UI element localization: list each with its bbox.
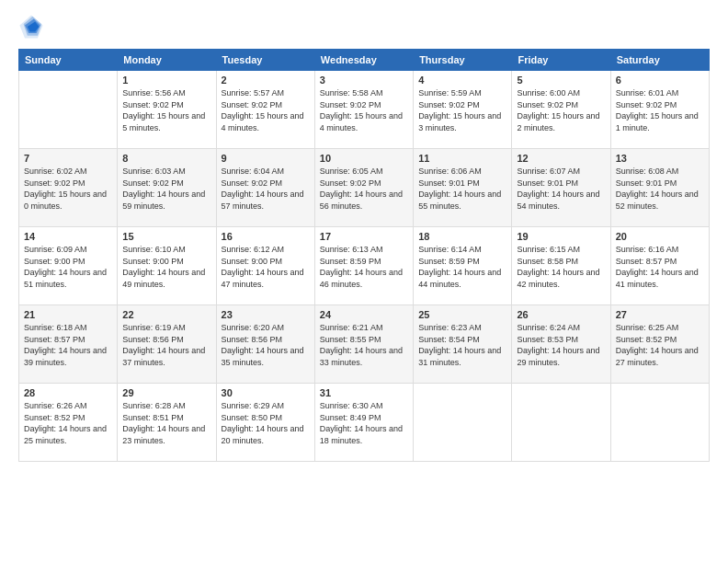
day-number: 4 [418, 75, 506, 86]
day-number: 20 [616, 231, 704, 242]
calendar-cell [414, 384, 512, 462]
day-info: Sunrise: 6:05 AMSunset: 9:02 PMDaylight:… [320, 166, 408, 212]
day-info: Sunrise: 6:29 AMSunset: 8:50 PMDaylight:… [222, 400, 310, 446]
weekday-header: Tuesday [216, 50, 314, 71]
day-number: 25 [418, 309, 506, 320]
calendar-cell: 21Sunrise: 6:18 AMSunset: 8:57 PMDayligh… [19, 305, 118, 384]
calendar-cell: 25Sunrise: 6:23 AMSunset: 8:54 PMDayligh… [414, 305, 512, 384]
weekday-header: Monday [118, 50, 216, 71]
weekday-header: Friday [512, 50, 610, 71]
weekday-header: Saturday [610, 50, 709, 71]
calendar-cell: 31Sunrise: 6:30 AMSunset: 8:49 PMDayligh… [314, 384, 413, 462]
day-info: Sunrise: 6:08 AMSunset: 9:01 PMDaylight:… [616, 166, 704, 212]
calendar-cell: 26Sunrise: 6:24 AMSunset: 8:53 PMDayligh… [512, 305, 610, 384]
calendar-cell: 22Sunrise: 6:19 AMSunset: 8:56 PMDayligh… [118, 305, 216, 384]
day-number: 30 [222, 387, 310, 398]
weekday-header: Wednesday [314, 50, 413, 71]
day-number: 5 [517, 75, 605, 86]
calendar-cell: 23Sunrise: 6:20 AMSunset: 8:56 PMDayligh… [216, 305, 314, 384]
calendar-week-row: 1Sunrise: 5:56 AMSunset: 9:02 PMDaylight… [19, 71, 710, 149]
day-info: Sunrise: 5:57 AMSunset: 9:02 PMDaylight:… [222, 87, 310, 133]
day-info: Sunrise: 6:12 AMSunset: 9:00 PMDaylight:… [222, 244, 310, 290]
calendar-week-row: 14Sunrise: 6:09 AMSunset: 9:00 PMDayligh… [19, 227, 710, 305]
day-number: 11 [418, 153, 506, 164]
day-number: 7 [24, 153, 112, 164]
day-number: 28 [24, 387, 112, 398]
calendar-header-row: SundayMondayTuesdayWednesdayThursdayFrid… [19, 50, 710, 71]
calendar-cell: 7Sunrise: 6:02 AMSunset: 9:02 PMDaylight… [19, 149, 118, 227]
day-info: Sunrise: 5:59 AMSunset: 9:02 PMDaylight:… [418, 87, 506, 133]
day-number: 27 [616, 309, 704, 320]
day-info: Sunrise: 6:26 AMSunset: 8:52 PMDaylight:… [24, 400, 112, 446]
calendar-cell: 3Sunrise: 5:58 AMSunset: 9:02 PMDaylight… [314, 71, 413, 149]
calendar-cell: 20Sunrise: 6:16 AMSunset: 8:57 PMDayligh… [610, 227, 709, 305]
page-header [18, 14, 710, 40]
calendar-week-row: 28Sunrise: 6:26 AMSunset: 8:52 PMDayligh… [19, 384, 710, 462]
day-number: 2 [222, 75, 310, 86]
day-info: Sunrise: 6:30 AMSunset: 8:49 PMDaylight:… [320, 400, 408, 446]
day-info: Sunrise: 6:00 AMSunset: 9:02 PMDaylight:… [517, 87, 605, 133]
day-number: 3 [320, 75, 408, 86]
day-info: Sunrise: 6:14 AMSunset: 8:59 PMDaylight:… [418, 244, 506, 290]
day-number: 15 [122, 231, 210, 242]
calendar-cell: 27Sunrise: 6:25 AMSunset: 8:52 PMDayligh… [610, 305, 709, 384]
calendar-cell: 14Sunrise: 6:09 AMSunset: 9:00 PMDayligh… [19, 227, 118, 305]
calendar-cell: 2Sunrise: 5:57 AMSunset: 9:02 PMDaylight… [216, 71, 314, 149]
calendar-cell: 5Sunrise: 6:00 AMSunset: 9:02 PMDaylight… [512, 71, 610, 149]
calendar-week-row: 7Sunrise: 6:02 AMSunset: 9:02 PMDaylight… [19, 149, 710, 227]
calendar-page: SundayMondayTuesdayWednesdayThursdayFrid… [0, 0, 728, 563]
calendar-cell: 12Sunrise: 6:07 AMSunset: 9:01 PMDayligh… [512, 149, 610, 227]
day-number: 12 [517, 153, 605, 164]
day-info: Sunrise: 6:13 AMSunset: 8:59 PMDaylight:… [320, 244, 408, 290]
day-number: 21 [24, 309, 112, 320]
day-number: 17 [320, 231, 408, 242]
day-info: Sunrise: 6:16 AMSunset: 8:57 PMDaylight:… [616, 244, 704, 290]
calendar-cell: 10Sunrise: 6:05 AMSunset: 9:02 PMDayligh… [314, 149, 413, 227]
day-number: 18 [418, 231, 506, 242]
day-info: Sunrise: 6:01 AMSunset: 9:02 PMDaylight:… [616, 87, 704, 133]
day-info: Sunrise: 6:03 AMSunset: 9:02 PMDaylight:… [122, 166, 210, 212]
day-info: Sunrise: 6:18 AMSunset: 8:57 PMDaylight:… [24, 322, 112, 368]
calendar-week-row: 21Sunrise: 6:18 AMSunset: 8:57 PMDayligh… [19, 305, 710, 384]
calendar-cell: 17Sunrise: 6:13 AMSunset: 8:59 PMDayligh… [314, 227, 413, 305]
day-info: Sunrise: 5:56 AMSunset: 9:02 PMDaylight:… [122, 87, 210, 133]
day-number: 13 [616, 153, 704, 164]
day-info: Sunrise: 6:02 AMSunset: 9:02 PMDaylight:… [24, 166, 112, 212]
day-number: 14 [24, 231, 112, 242]
calendar-cell: 15Sunrise: 6:10 AMSunset: 9:00 PMDayligh… [118, 227, 216, 305]
day-info: Sunrise: 6:04 AMSunset: 9:02 PMDaylight:… [222, 166, 310, 212]
day-number: 8 [122, 153, 210, 164]
day-info: Sunrise: 6:06 AMSunset: 9:01 PMDaylight:… [418, 166, 506, 212]
day-number: 1 [122, 75, 210, 86]
day-info: Sunrise: 6:09 AMSunset: 9:00 PMDaylight:… [24, 244, 112, 290]
weekday-header: Sunday [19, 50, 118, 71]
day-number: 22 [122, 309, 210, 320]
calendar-cell: 29Sunrise: 6:28 AMSunset: 8:51 PMDayligh… [118, 384, 216, 462]
day-number: 16 [222, 231, 310, 242]
calendar-cell: 11Sunrise: 6:06 AMSunset: 9:01 PMDayligh… [414, 149, 512, 227]
calendar-cell: 8Sunrise: 6:03 AMSunset: 9:02 PMDaylight… [118, 149, 216, 227]
logo-icon [18, 14, 44, 40]
day-info: Sunrise: 6:24 AMSunset: 8:53 PMDaylight:… [517, 322, 605, 368]
calendar-table: SundayMondayTuesdayWednesdayThursdayFrid… [18, 49, 710, 462]
logo [18, 14, 48, 40]
day-number: 31 [320, 387, 408, 398]
day-info: Sunrise: 6:28 AMSunset: 8:51 PMDaylight:… [122, 400, 210, 446]
calendar-cell: 6Sunrise: 6:01 AMSunset: 9:02 PMDaylight… [610, 71, 709, 149]
calendar-cell: 13Sunrise: 6:08 AMSunset: 9:01 PMDayligh… [610, 149, 709, 227]
day-number: 19 [517, 231, 605, 242]
calendar-cell [19, 71, 118, 149]
calendar-cell: 24Sunrise: 6:21 AMSunset: 8:55 PMDayligh… [314, 305, 413, 384]
calendar-cell [512, 384, 610, 462]
day-info: Sunrise: 6:23 AMSunset: 8:54 PMDaylight:… [418, 322, 506, 368]
weekday-header: Thursday [414, 50, 512, 71]
day-number: 26 [517, 309, 605, 320]
day-number: 29 [122, 387, 210, 398]
day-info: Sunrise: 6:25 AMSunset: 8:52 PMDaylight:… [616, 322, 704, 368]
calendar-cell: 28Sunrise: 6:26 AMSunset: 8:52 PMDayligh… [19, 384, 118, 462]
day-number: 24 [320, 309, 408, 320]
calendar-cell: 9Sunrise: 6:04 AMSunset: 9:02 PMDaylight… [216, 149, 314, 227]
day-number: 6 [616, 75, 704, 86]
calendar-cell: 18Sunrise: 6:14 AMSunset: 8:59 PMDayligh… [414, 227, 512, 305]
day-number: 9 [222, 153, 310, 164]
